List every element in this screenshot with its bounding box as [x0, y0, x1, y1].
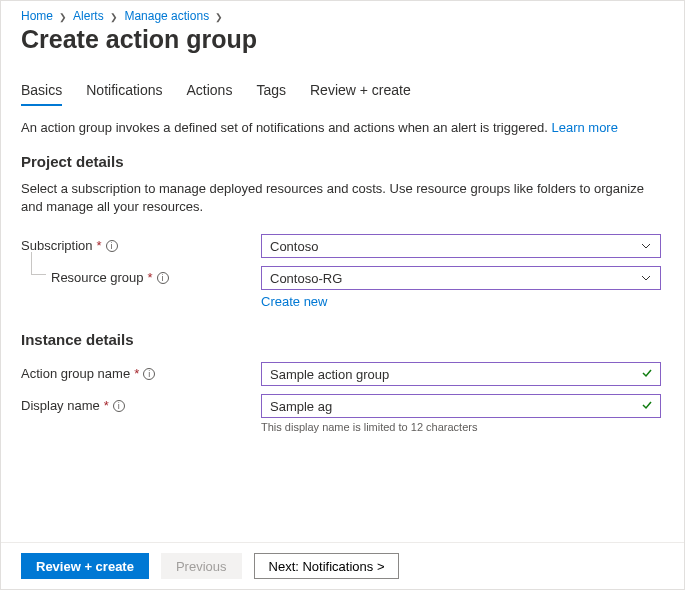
action-group-name-label: Action group name * i [21, 362, 261, 381]
chevron-right-icon: ❯ [215, 12, 223, 22]
action-group-name-value: Sample action group [270, 367, 389, 382]
footer-bar: Review + create Previous Next: Notificat… [1, 542, 684, 589]
project-details-heading: Project details [21, 153, 664, 170]
intro-text: An action group invokes a defined set of… [21, 120, 664, 135]
chevron-down-icon [640, 240, 652, 252]
action-group-name-input[interactable]: Sample action group [261, 362, 661, 386]
tab-basics[interactable]: Basics [21, 82, 62, 106]
required-indicator: * [148, 270, 153, 285]
required-indicator: * [97, 238, 102, 253]
chevron-right-icon: ❯ [110, 12, 118, 22]
display-name-label-text: Display name [21, 398, 100, 413]
chevron-down-icon [640, 272, 652, 284]
subscription-label-text: Subscription [21, 238, 93, 253]
review-create-button[interactable]: Review + create [21, 553, 149, 579]
create-new-link[interactable]: Create new [261, 294, 327, 309]
breadcrumb-manage-actions[interactable]: Manage actions [124, 9, 209, 23]
resource-group-label: Resource group * i [21, 266, 261, 285]
display-name-helper: This display name is limited to 12 chara… [261, 421, 661, 433]
display-name-input[interactable]: Sample ag [261, 394, 661, 418]
subscription-value: Contoso [270, 239, 318, 254]
chevron-right-icon: ❯ [59, 12, 67, 22]
intro-body: An action group invokes a defined set of… [21, 120, 551, 135]
info-icon[interactable]: i [157, 272, 169, 284]
resource-group-label-text: Resource group [51, 270, 144, 285]
tab-notifications[interactable]: Notifications [86, 82, 162, 106]
previous-button: Previous [161, 553, 242, 579]
subscription-select[interactable]: Contoso [261, 234, 661, 258]
page-title: Create action group [21, 25, 664, 54]
learn-more-link[interactable]: Learn more [551, 120, 617, 135]
project-details-desc: Select a subscription to manage deployed… [21, 180, 664, 216]
action-group-name-label-text: Action group name [21, 366, 130, 381]
check-icon [640, 398, 654, 412]
display-name-value: Sample ag [270, 399, 332, 414]
breadcrumb-home[interactable]: Home [21, 9, 53, 23]
tab-bar: Basics Notifications Actions Tags Review… [21, 82, 664, 106]
resource-group-select[interactable]: Contoso-RG [261, 266, 661, 290]
info-icon[interactable]: i [113, 400, 125, 412]
resource-group-value: Contoso-RG [270, 271, 342, 286]
required-indicator: * [104, 398, 109, 413]
instance-details-heading: Instance details [21, 331, 664, 348]
info-icon[interactable]: i [143, 368, 155, 380]
subscription-label: Subscription * i [21, 234, 261, 253]
display-name-label: Display name * i [21, 394, 261, 413]
check-icon [640, 366, 654, 380]
tab-actions[interactable]: Actions [187, 82, 233, 106]
breadcrumb: Home ❯ Alerts ❯ Manage actions ❯ [21, 9, 664, 23]
info-icon[interactable]: i [106, 240, 118, 252]
tab-review-create[interactable]: Review + create [310, 82, 411, 106]
tab-tags[interactable]: Tags [256, 82, 286, 106]
required-indicator: * [134, 366, 139, 381]
next-button[interactable]: Next: Notifications > [254, 553, 400, 579]
breadcrumb-alerts[interactable]: Alerts [73, 9, 104, 23]
